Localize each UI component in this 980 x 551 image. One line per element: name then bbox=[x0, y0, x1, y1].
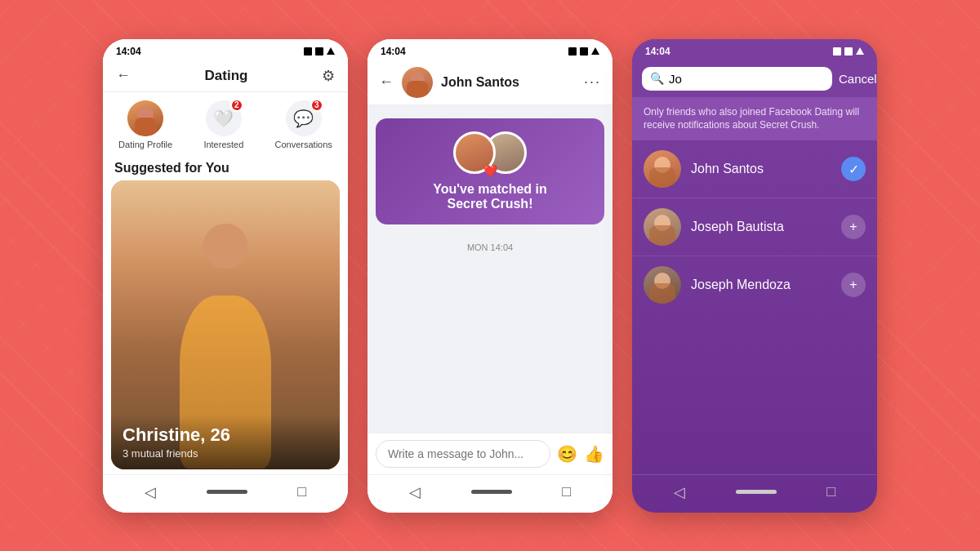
battery-icon bbox=[327, 47, 335, 55]
friend-name-joseph-m: Joseph Mendoza bbox=[691, 278, 831, 292]
phone1-content: Dating Profile 🤍 2 Interested 💬 3 Conver… bbox=[103, 92, 348, 474]
match-text: You've matched in Secret Crush! bbox=[433, 182, 547, 211]
friend-item-joseph-mendoza[interactable]: Joseph Mendoza + bbox=[632, 256, 877, 313]
search-icon: 🔍 bbox=[650, 72, 664, 85]
status-bar-1: 14:04 bbox=[103, 39, 348, 60]
search-bar-row: 🔍 Cancel bbox=[632, 60, 877, 97]
bottom-nav-3: ◁ □ bbox=[632, 474, 877, 513]
status-bar-3: 14:04 bbox=[632, 39, 877, 60]
home-pill-2[interactable] bbox=[471, 490, 512, 494]
home-pill-3[interactable] bbox=[736, 490, 777, 494]
friend-item-john-santos[interactable]: John Santos ✓ bbox=[632, 140, 877, 198]
status-bar-2: 14:04 bbox=[368, 39, 612, 60]
profile-mutual: 3 mutual friends bbox=[122, 447, 328, 460]
conversations-badge: 3 bbox=[310, 99, 323, 112]
chat-nav: ← John Santos ··· bbox=[368, 60, 612, 105]
message-input[interactable] bbox=[376, 440, 550, 468]
secret-crush-note: Only friends who also joined Facebook Da… bbox=[632, 97, 877, 141]
chat-body: ❤️ You've matched in Secret Crush! MON 1… bbox=[368, 105, 612, 433]
square-nav-icon-1[interactable]: □ bbox=[297, 483, 306, 500]
phone-1: 14:04 ← Dating ⚙ Dating Profile 🤍 2 bbox=[103, 39, 348, 513]
filter-icon[interactable]: ⚙ bbox=[322, 67, 335, 85]
friend-name-joseph-b: Joseph Bautista bbox=[691, 220, 831, 234]
thumbs-up-button[interactable]: 👍 bbox=[584, 444, 604, 464]
tab-dating-profile[interactable]: Dating Profile bbox=[118, 100, 172, 149]
heart-badge-icon: ❤️ bbox=[483, 164, 497, 177]
square-nav-icon-3[interactable]: □ bbox=[826, 483, 835, 500]
profile-name: Christine, 26 bbox=[122, 424, 328, 446]
chat-input-bar: 😊 👍 bbox=[368, 433, 612, 474]
suggested-heading: Suggested for You bbox=[103, 154, 348, 180]
battery-icon-3 bbox=[856, 47, 864, 55]
chat-username: John Santos bbox=[441, 75, 519, 90]
wifi-icon-3 bbox=[844, 47, 853, 56]
tab-label-dating-profile: Dating Profile bbox=[118, 140, 172, 149]
square-nav-icon-2[interactable]: □ bbox=[562, 483, 571, 500]
friend-selected-john[interactable]: ✓ bbox=[841, 157, 866, 181]
status-icons-3 bbox=[833, 47, 864, 56]
page-title-1: Dating bbox=[205, 68, 248, 84]
back-button-1[interactable]: ← bbox=[116, 67, 131, 84]
chat-timestamp: MON 14:04 bbox=[467, 242, 513, 252]
chat-user-avatar bbox=[402, 67, 433, 98]
tab-conversations[interactable]: 💬 3 Conversations bbox=[275, 100, 332, 149]
back-button-2[interactable]: ← bbox=[379, 73, 394, 91]
bottom-nav-2: ◁ □ bbox=[368, 474, 612, 513]
friend-avatar-joseph-b bbox=[644, 208, 681, 246]
match-avatars: ❤️ bbox=[453, 131, 527, 174]
tab-interested[interactable]: 🤍 2 Interested bbox=[203, 100, 243, 149]
conversations-icon-wrap: 💬 3 bbox=[286, 100, 322, 136]
signal-icon-3 bbox=[833, 47, 841, 56]
friends-list: John Santos ✓ Joseph Bautista + Joseph M… bbox=[632, 140, 877, 473]
status-icons-1 bbox=[304, 47, 335, 56]
friend-avatar-john bbox=[644, 150, 681, 188]
interested-badge: 2 bbox=[230, 99, 243, 112]
more-options-icon[interactable]: ··· bbox=[584, 73, 601, 91]
profile-overlay: Christine, 26 3 mutual friends bbox=[111, 415, 340, 469]
signal-icon bbox=[304, 47, 312, 56]
wifi-icon bbox=[315, 47, 323, 56]
signal-icon-2 bbox=[568, 47, 577, 56]
status-icons-2 bbox=[568, 47, 599, 56]
profile-card[interactable]: Christine, 26 3 mutual friends bbox=[111, 180, 340, 469]
chat-user-info: ← John Santos bbox=[379, 67, 519, 98]
friend-avatar-joseph-m bbox=[644, 266, 681, 304]
battery-icon-2 bbox=[591, 47, 599, 55]
cancel-button[interactable]: Cancel bbox=[839, 72, 877, 86]
chat-bubble-icon: 💬 bbox=[293, 109, 314, 128]
tab-label-conversations: Conversations bbox=[275, 140, 332, 149]
back-nav-icon-1[interactable]: ◁ bbox=[145, 483, 156, 501]
heart-icon: 🤍 bbox=[213, 109, 234, 128]
search-input-wrap: 🔍 bbox=[642, 67, 832, 91]
interested-icon-wrap: 🤍 2 bbox=[206, 100, 242, 136]
back-nav-icon-2[interactable]: ◁ bbox=[409, 483, 421, 501]
phone-2: 14:04 ← John Santos ··· ❤️ You've matche… bbox=[368, 39, 612, 513]
friend-item-joseph-bautista[interactable]: Joseph Bautista + bbox=[632, 198, 877, 256]
friend-name-john: John Santos bbox=[691, 162, 831, 176]
add-icon-2: + bbox=[849, 278, 857, 292]
friend-add-joseph-m[interactable]: + bbox=[841, 273, 866, 297]
dating-profile-avatar bbox=[127, 100, 163, 136]
match-card: ❤️ You've matched in Secret Crush! bbox=[376, 118, 604, 224]
search-input[interactable] bbox=[669, 72, 824, 86]
time-2: 14:04 bbox=[381, 46, 406, 57]
wifi-icon-2 bbox=[580, 47, 588, 56]
phone-3: 14:04 🔍 Cancel Only friends who also joi… bbox=[632, 39, 877, 513]
add-icon: + bbox=[849, 220, 857, 234]
time-1: 14:04 bbox=[116, 46, 141, 57]
bottom-nav-1: ◁ □ bbox=[103, 474, 348, 513]
home-pill-1[interactable] bbox=[207, 490, 247, 494]
nav-bar-1: ← Dating ⚙ bbox=[103, 60, 348, 92]
checkmark-icon: ✓ bbox=[849, 162, 859, 177]
tabs-row: Dating Profile 🤍 2 Interested 💬 3 Conver… bbox=[103, 92, 348, 154]
tab-label-interested: Interested bbox=[203, 140, 243, 149]
time-3: 14:04 bbox=[645, 46, 670, 57]
emoji-button[interactable]: 😊 bbox=[557, 444, 577, 464]
friend-add-joseph-b[interactable]: + bbox=[841, 215, 866, 239]
back-nav-icon-3[interactable]: ◁ bbox=[674, 483, 685, 501]
